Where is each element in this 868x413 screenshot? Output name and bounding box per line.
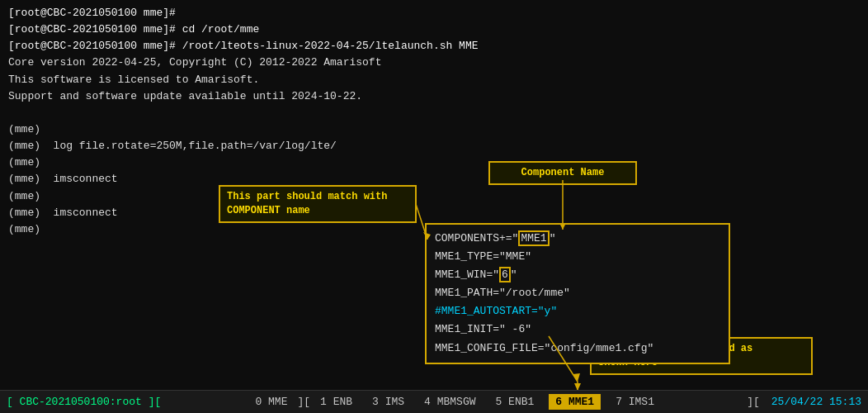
terminal-line-2: [root@CBC-2021050100 mme]# cd /root/mme xyxy=(8,21,860,38)
tab-0-mme[interactable]: 0 MME xyxy=(250,396,292,408)
tab-3-ims[interactable]: 3 IMS xyxy=(367,396,409,408)
terminal-line-11: (mme) imsconnect xyxy=(8,171,860,188)
win-highlight: 6 xyxy=(499,267,511,282)
terminal-line-7 xyxy=(8,105,860,121)
annotation-match-text: This part should match withCOMPONENT nam… xyxy=(219,185,417,223)
code-line-5: #MME1_AUTOSTART="y" xyxy=(435,302,720,320)
terminal-line-10: (mme) xyxy=(8,154,860,171)
code-line-3: MME1_WIN="6" xyxy=(435,266,720,284)
status-datetime: 25/04/22 15:13 xyxy=(765,396,868,408)
terminal-line-9: (mme) log file.rotate=250M,file.path=/va… xyxy=(8,138,860,154)
terminal-line-4: Core version 2022-04-25, Copyright (C) 2… xyxy=(8,55,860,71)
terminal-line-1: [root@CBC-2021050100 mme]# xyxy=(8,5,860,21)
code-line-1: COMPONENTS+="MME1" xyxy=(435,230,720,248)
tab-separator-1: ][ xyxy=(292,396,315,408)
code-line-4: MME1_PATH="/root/mme" xyxy=(435,284,720,302)
code-block: COMPONENTS+="MME1" MME1_TYPE="MME" MME1_… xyxy=(425,223,730,364)
tab-7-ims1[interactable]: 7 IMS1 xyxy=(611,396,659,408)
terminal-line-13: (mme) imsconnect xyxy=(8,205,860,221)
status-left: [ CBC-2021050100:root ][ xyxy=(0,396,167,408)
annotation-component-name: Component Name xyxy=(488,161,637,185)
terminal-line-6: Support and software update available un… xyxy=(8,88,860,105)
code-line-6: MME1_INIT=" -6" xyxy=(435,320,720,339)
tab-1-enb[interactable]: 1 ENB xyxy=(315,396,357,408)
terminal-line-8: (mme) xyxy=(8,121,860,138)
code-line-2: MME1_TYPE="MME" xyxy=(435,248,720,266)
code-line-7: MME1_CONFIG_FILE="config/mme1.cfg" xyxy=(435,339,720,358)
status-bar: [ CBC-2021050100:root ][ 0 MME ][ 1 ENB … xyxy=(0,390,868,413)
tab-5-enb1[interactable]: 5 ENB1 xyxy=(491,396,540,408)
mme1-highlight: MME1 xyxy=(518,230,549,246)
terminal-line-12: (mme) xyxy=(8,188,860,205)
terminal-line-3: [root@CBC-2021050100 mme]# /root/lteots-… xyxy=(8,38,860,55)
terminal-line-5: This software is licensed to Amarisoft. xyxy=(8,72,860,88)
status-tabs[interactable]: 0 MME ][ 1 ENB 3 IMS 4 MBMSGW 5 ENB1 6 M… xyxy=(167,394,742,410)
tab-4-mbmsgw[interactable]: 4 MBMSGW xyxy=(419,396,480,408)
tab-6-mme1[interactable]: 6 MME1 xyxy=(549,394,601,410)
status-close-bracket: ][ xyxy=(742,396,765,408)
